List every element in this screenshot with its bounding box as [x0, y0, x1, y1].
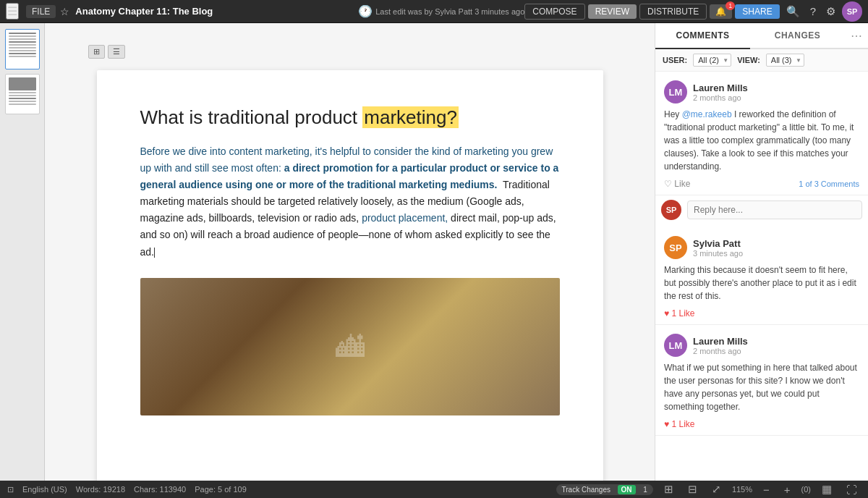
view-filter-select[interactable]: All (3): [766, 54, 804, 67]
reply-input[interactable]: [687, 201, 862, 219]
document-heading: What is traditional product marketing?: [140, 106, 560, 129]
clock-icon: 🕐: [358, 4, 373, 18]
product-placement-link[interactable]: product placement,: [362, 212, 448, 224]
comment-2-avatar: SP: [664, 236, 687, 259]
layout-icon[interactable]: ⊟: [684, 481, 701, 497]
comment-3-like-button[interactable]: ♥ 1 Like: [664, 419, 694, 429]
notifications-button[interactable]: 🔔1: [710, 4, 732, 19]
track-count: 1: [643, 486, 647, 494]
filters-bar: USER: All (2) ▼ VIEW: All (3) ▼: [655, 49, 868, 72]
parens-count: (0): [801, 485, 811, 494]
share-button[interactable]: SHARE: [735, 4, 779, 19]
document-body[interactable]: Before we dive into content marketing, i…: [140, 143, 560, 415]
comment-1-text: Hey @me.rakeeb I reworked the definition…: [664, 108, 859, 173]
compose-button[interactable]: COMPOSE: [524, 4, 584, 20]
body-p3-text: direct mail, pop-up ads, and so on) will…: [140, 212, 556, 257]
comments-list: LM Lauren Mills 2 months ago Hey @me.rak…: [655, 72, 868, 481]
track-changes-pill[interactable]: Track Changes ON 1: [556, 484, 653, 495]
comment-1-time: 2 months ago: [693, 93, 748, 102]
comment-2-text: Marking this because it doesn't seem to …: [664, 263, 859, 303]
help-icon[interactable]: ?: [807, 4, 820, 19]
track-on-badge: ON: [618, 485, 636, 494]
comment-2-author: Sylvia Patt: [693, 238, 743, 249]
comment-card-2: SP Sylvia Patt 3 minutes ago Marking thi…: [655, 227, 868, 325]
comments-tabs-bar: COMMENTS CHANGES ⋯: [655, 23, 868, 49]
document-title: Anatomy Chapter 11: The Blog: [75, 6, 358, 17]
reply-area-1: SP: [655, 195, 868, 227]
grid-icon[interactable]: ⊞: [660, 481, 677, 497]
status-bar: ⊡ English (US) Words: 19218 Chars: 11394…: [0, 481, 868, 498]
comment-3-time: 2 months ago: [693, 347, 748, 355]
star-icon[interactable]: ☆: [60, 6, 69, 17]
comment-3-text: What if we put something in here that ta…: [664, 361, 859, 413]
language-label[interactable]: English (US): [22, 485, 67, 494]
image-placeholder-icon: 🏙: [336, 323, 365, 371]
tabs-more-button[interactable]: ⋯: [845, 23, 868, 48]
tab-changes[interactable]: CHANGES: [750, 23, 845, 49]
words-count: 19218: [103, 485, 125, 494]
user-filter-select[interactable]: All (2): [693, 54, 731, 67]
menu-icon[interactable]: ☰: [6, 3, 19, 20]
view-filter-wrapper: All (3) ▼: [766, 54, 804, 67]
comment-1-like-button[interactable]: ♡ Like: [664, 179, 690, 189]
top-bar: ☰ FILE ☆ Anatomy Chapter 11: The Blog 🕐 …: [0, 0, 868, 23]
page-label: Page: 5 of 109: [195, 485, 247, 494]
file-button[interactable]: FILE: [26, 5, 56, 18]
document-page: What is traditional product marketing? B…: [97, 70, 603, 481]
heading-before: What is traditional product: [140, 106, 363, 128]
comment-1-author: Lauren Mills: [693, 83, 748, 93]
comment-3-author: Lauren Mills: [693, 336, 748, 347]
expand-icon[interactable]: ⤢: [708, 481, 725, 497]
fullscreen-icon[interactable]: ⛶: [843, 482, 861, 497]
mini-toolbar: ⊞ ☰: [88, 45, 125, 59]
review-button[interactable]: REVIEW: [588, 4, 637, 19]
editor-area: ⊞ ☰ What is traditional product marketin…: [45, 23, 655, 481]
search-icon[interactable]: 🔍: [783, 4, 804, 20]
status-icon: ⊡: [7, 485, 14, 494]
comment-2-actions: ♥ 1 Like: [664, 308, 859, 318]
comment-2-meta: Sylvia Patt 3 minutes ago: [693, 238, 743, 258]
distribute-button[interactable]: DISTRIBUTE: [639, 4, 707, 20]
main-area: ⊞ ☰ What is traditional product marketin…: [0, 23, 868, 481]
user-filter-wrapper: All (2) ▼: [693, 54, 731, 67]
comment-1-mention: @me.rakeeb: [682, 109, 732, 119]
top-actions: COMPOSE REVIEW DISTRIBUTE 🔔1 SHARE 🔍 ? ⚙…: [524, 1, 862, 22]
grid-view-btn[interactable]: ⊞: [88, 45, 105, 59]
document-image: 🏙: [140, 278, 560, 415]
tab-comments[interactable]: COMMENTS: [655, 23, 750, 49]
comment-3-avatar: LM: [664, 334, 687, 357]
page-thumbnail-1[interactable]: [5, 29, 40, 69]
zoom-out-icon[interactable]: −: [760, 482, 773, 497]
comment-1-actions: ♡ Like 1 of 3 Comments: [664, 179, 859, 189]
reply-avatar: SP: [661, 200, 681, 220]
page-total: 109: [233, 485, 246, 494]
page-thumbnail-2[interactable]: [5, 74, 40, 114]
zoom-level[interactable]: 115%: [732, 485, 752, 494]
page-current: 5: [218, 485, 222, 494]
text-cursor: [154, 248, 155, 258]
list-view-btn[interactable]: ☰: [108, 45, 125, 59]
status-right: Track Changes ON 1 ⊞ ⊟ ⤢ 115% − + (0) ▦ …: [556, 481, 861, 497]
zoom-in-icon[interactable]: +: [780, 482, 794, 497]
comments-sidebar: COMMENTS CHANGES ⋯ USER: All (2) ▼ VIEW:…: [655, 23, 868, 481]
last-edit-text: Last edit was by Sylvia Patt 3 minutes a…: [375, 7, 524, 16]
status-left: ⊡ English (US) Words: 19218 Chars: 11394…: [7, 485, 247, 494]
user-filter-label: USER:: [663, 56, 687, 64]
comment-2-header: SP Sylvia Patt 3 minutes ago: [664, 236, 859, 259]
comment-1-meta: Lauren Mills 2 months ago: [693, 83, 748, 102]
chars-count: 113940: [160, 485, 187, 494]
notification-badge: 1: [726, 1, 735, 10]
comment-1-header: LM Lauren Mills 2 months ago: [664, 80, 859, 104]
comment-card-1: LM Lauren Mills 2 months ago Hey @me.rak…: [655, 72, 868, 195]
view-filter-label: VIEW:: [737, 56, 760, 64]
comment-3-header: LM Lauren Mills 2 months ago: [664, 334, 859, 357]
words-label: Words: 19218: [76, 485, 125, 494]
comment-card-3: LM Lauren Mills 2 months ago What if we …: [655, 325, 868, 436]
comment-2-like-button[interactable]: ♥ 1 Like: [664, 308, 694, 318]
comment-1-avatar: LM: [664, 80, 687, 104]
settings-icon[interactable]: ⚙: [822, 4, 839, 20]
chars-label: Chars: 113940: [134, 485, 186, 494]
sidebar-toggle-icon[interactable]: ▦: [818, 481, 835, 497]
comment-1-count[interactable]: 1 of 3 Comments: [799, 180, 859, 188]
comment-3-actions: ♥ 1 Like: [664, 419, 859, 429]
